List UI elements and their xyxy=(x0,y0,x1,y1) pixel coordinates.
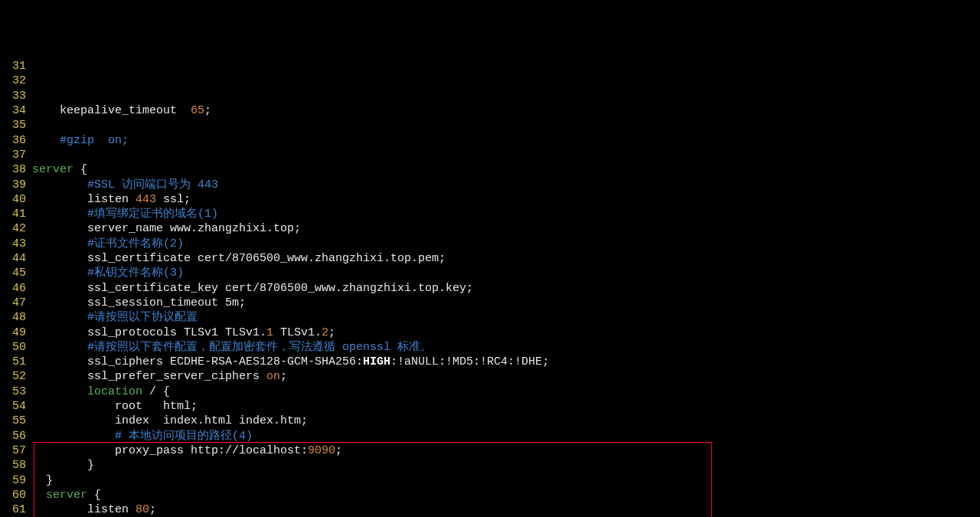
code-token: { xyxy=(74,163,87,176)
line-number: 53 xyxy=(6,384,26,399)
code-token: listen xyxy=(87,193,136,206)
code-token xyxy=(32,104,60,117)
code-line[interactable]: listen 443 ssl; xyxy=(32,192,980,207)
code-line[interactable]: server_name www.zhangzhixi.top; xyxy=(32,221,980,236)
code-line[interactable]: ssl_ciphers ECDHE-RSA-AES128-GCM-SHA256:… xyxy=(32,355,980,369)
code-token xyxy=(32,444,115,457)
code-token xyxy=(32,341,87,354)
code-token: location xyxy=(87,385,142,398)
code-line[interactable]: root html; xyxy=(32,399,980,414)
code-token: ; xyxy=(280,370,287,383)
code-token: #证书文件名称(2) xyxy=(87,237,184,250)
code-line[interactable]: ssl_certificate_key cert/8706500_www.zha… xyxy=(32,281,980,296)
code-line[interactable]: ssl_session_timeout 5m; xyxy=(32,296,980,310)
code-token xyxy=(32,355,87,368)
code-token: #SSL 访问端口号为 443 xyxy=(87,178,218,191)
code-line[interactable]: #SSL 访问端口号为 443 xyxy=(32,178,980,192)
code-line[interactable]: ssl_prefer_server_ciphers on; xyxy=(32,369,980,384)
code-token: ; xyxy=(204,104,211,117)
line-number: 49 xyxy=(6,326,26,340)
code-line[interactable]: #gzip on; xyxy=(32,133,980,148)
code-token: #请按照以下协议配置 xyxy=(87,311,198,324)
code-line[interactable]: # 本地访问项目的路径(4) xyxy=(32,429,980,443)
code-line[interactable]: #请按照以下套件配置，配置加密套件，写法遵循 openssl 标准。 xyxy=(32,340,980,355)
code-token: / { xyxy=(142,385,170,398)
code-token: proxy_pass http://localhost: xyxy=(115,444,308,457)
line-number-gutter: 3132333435363738394041424344454647484950… xyxy=(0,59,32,517)
code-line[interactable]: #私钥文件名称(3) xyxy=(32,266,980,280)
line-number: 47 xyxy=(6,296,26,310)
code-token: 9090 xyxy=(308,444,335,457)
code-line[interactable]: } xyxy=(32,473,980,488)
line-number: 52 xyxy=(6,369,26,384)
line-number: 36 xyxy=(6,133,26,148)
code-token xyxy=(32,208,87,221)
code-token: 65 xyxy=(191,104,204,117)
code-token: } xyxy=(32,459,94,472)
line-number: 33 xyxy=(6,89,26,103)
code-line[interactable]: #填写绑定证书的域名(1) xyxy=(32,207,980,221)
code-token: # 本地访问项目的路径(4) xyxy=(115,430,253,443)
line-number: 54 xyxy=(6,399,26,414)
code-token: server xyxy=(32,163,74,176)
code-line[interactable]: server { xyxy=(32,488,980,502)
code-line[interactable]: keepalive_timeout 65; xyxy=(32,103,980,118)
code-line[interactable]: listen 80; xyxy=(32,502,980,517)
code-token xyxy=(32,414,115,427)
code-token: ssl_certificate cert/8706500_www.zhangzh… xyxy=(87,252,446,265)
code-line[interactable]: ssl_certificate cert/8706500_www.zhangzh… xyxy=(32,251,980,266)
line-number: 32 xyxy=(6,74,26,88)
line-number: 44 xyxy=(6,251,26,266)
code-token xyxy=(32,430,115,443)
code-token: } xyxy=(32,474,53,487)
code-token: #gzip on; xyxy=(60,134,129,147)
code-token xyxy=(32,311,87,324)
code-token xyxy=(32,222,87,235)
code-token xyxy=(32,400,115,413)
code-token: on xyxy=(266,370,280,383)
code-line[interactable]: location / { xyxy=(32,384,980,399)
code-line[interactable]: } xyxy=(32,458,980,473)
code-line[interactable]: index index.html index.htm; xyxy=(32,414,980,428)
code-token: 1 xyxy=(266,326,273,339)
line-number: 58 xyxy=(6,458,26,473)
code-token xyxy=(32,178,87,191)
line-number: 34 xyxy=(6,103,26,118)
line-number: 43 xyxy=(6,237,26,251)
code-token: HIGH xyxy=(363,355,390,368)
code-line[interactable]: proxy_pass http://localhost:9090; xyxy=(32,443,980,458)
code-token: { xyxy=(87,489,101,502)
line-number: 39 xyxy=(6,178,26,192)
code-token xyxy=(32,267,87,280)
code-line[interactable]: server { xyxy=(32,162,980,177)
code-token: server xyxy=(46,489,87,502)
code-token xyxy=(32,193,87,206)
code-line[interactable]: #请按照以下协议配置 xyxy=(32,310,980,325)
code-token xyxy=(32,489,46,502)
code-token: ssl_protocols TLSv1 TLSv1. xyxy=(87,326,266,339)
line-number: 55 xyxy=(6,414,26,428)
code-line[interactable] xyxy=(32,148,980,162)
code-token xyxy=(32,237,87,250)
code-token xyxy=(32,326,87,339)
line-number: 56 xyxy=(6,429,26,443)
line-number: 50 xyxy=(6,340,26,355)
line-number: 45 xyxy=(6,266,26,280)
code-token: keepalive_timeout xyxy=(60,104,191,117)
code-content[interactable]: keepalive_timeout 65; #gzip on;server { … xyxy=(32,59,980,517)
code-token: #填写绑定证书的域名(1) xyxy=(87,208,218,221)
code-line[interactable]: ssl_protocols TLSv1 TLSv1.1 TLSv1.2; xyxy=(32,326,980,340)
code-token xyxy=(32,385,87,398)
code-token xyxy=(32,134,60,147)
code-line[interactable] xyxy=(32,118,980,133)
code-token: ssl_certificate_key cert/8706500_www.zha… xyxy=(87,282,473,295)
code-editor[interactable]: 3132333435363738394041424344454647484950… xyxy=(0,59,980,517)
line-number: 51 xyxy=(6,355,26,369)
line-number: 48 xyxy=(6,310,26,325)
line-number: 31 xyxy=(6,59,26,74)
code-token: 2 xyxy=(322,326,328,339)
code-token xyxy=(32,252,87,265)
line-number: 46 xyxy=(6,281,26,296)
code-line[interactable]: #证书文件名称(2) xyxy=(32,237,980,251)
code-token: :!aNULL:!MD5:!RC4:!DHE; xyxy=(390,355,549,368)
